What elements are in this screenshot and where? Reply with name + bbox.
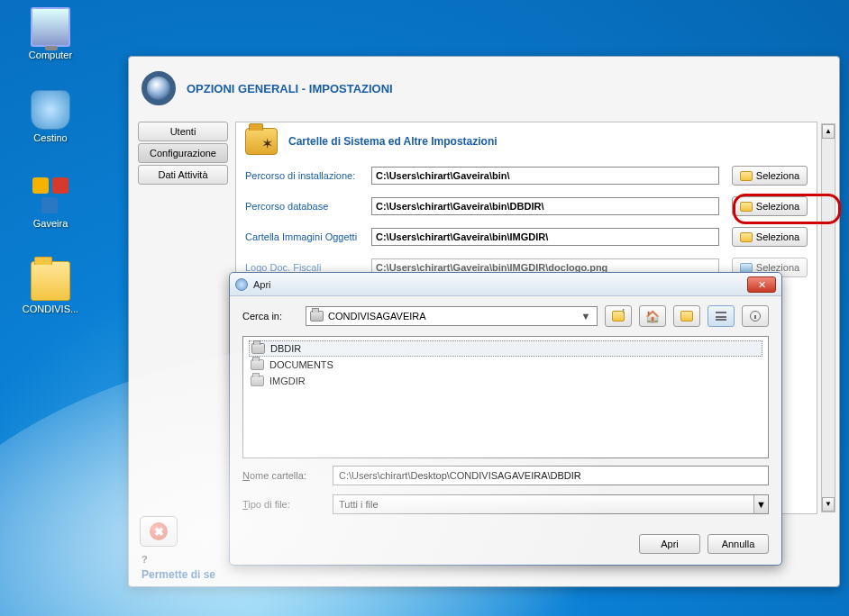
search-in-combo[interactable]: CONDIVISAGAVEIRA ▼ xyxy=(306,306,598,326)
folder-name-label: Nome cartella: xyxy=(242,470,324,481)
panel-title: Cartelle di Sistema ed Altre Impostazion… xyxy=(288,135,498,148)
file-list[interactable]: DBDIR DOCUMENTS IMGDIR xyxy=(242,336,769,458)
desktop-label: CONDIVIS... xyxy=(16,303,85,314)
folder-icon xyxy=(740,171,753,181)
input-images-path[interactable] xyxy=(371,228,719,246)
folder-icon xyxy=(251,376,264,386)
scroll-down-icon[interactable]: ▼ xyxy=(822,497,835,512)
desktop-label: Cestino xyxy=(16,132,85,143)
filetype-value: Tutti i file xyxy=(339,499,379,510)
desktop-icon-recyclebin[interactable]: Cestino xyxy=(16,90,85,143)
list-view-button[interactable] xyxy=(708,305,735,327)
monitor-icon xyxy=(31,7,70,47)
recyclebin-icon xyxy=(31,90,70,130)
open-button[interactable]: Apri xyxy=(639,534,700,554)
home-button[interactable]: 🏠 xyxy=(639,305,666,327)
file-icon xyxy=(740,263,753,273)
new-folder-icon xyxy=(680,311,693,322)
panel-scrollbar[interactable]: ▲ ▼ xyxy=(821,123,835,512)
list-item-label: DOCUMENTS xyxy=(269,359,333,370)
list-item[interactable]: DBDIR xyxy=(249,340,762,357)
button-select-images[interactable]: Seleziona xyxy=(732,227,808,247)
row-install: Percorso di installazione: Seleziona xyxy=(236,160,817,191)
window-title: OPZIONI GENERALI - IMPOSTAZIONI xyxy=(187,82,393,95)
tab-utenti[interactable]: Utenti xyxy=(138,122,228,141)
chevron-down-icon: ▼ xyxy=(579,311,593,322)
folder-icon xyxy=(740,202,753,212)
input-database-path[interactable] xyxy=(371,197,719,215)
folder-icon xyxy=(310,311,324,322)
label-images: Cartella Immagini Oggetti xyxy=(245,231,371,242)
status-text: Permette di se xyxy=(142,568,215,581)
dialog-titlebar[interactable]: Apri ✕ xyxy=(230,273,781,296)
close-button[interactable]: ✖ xyxy=(140,516,178,547)
cancel-button[interactable]: Annulla xyxy=(708,534,769,554)
row-images: Cartella Immagini Oggetti Seleziona xyxy=(236,222,817,252)
desktop-icon-condivis[interactable]: CONDIVIS... xyxy=(16,261,85,314)
desktop-label: Gaveira xyxy=(16,218,85,229)
folder-name-input[interactable] xyxy=(333,466,769,485)
home-icon: 🏠 xyxy=(645,310,660,323)
list-item[interactable]: IMGDIR xyxy=(249,373,762,389)
filetype-combo[interactable]: Tutti i file ▼ xyxy=(333,494,769,514)
desktop-icon-computer[interactable]: Computer xyxy=(16,7,85,60)
folder-icon xyxy=(251,359,264,370)
folder-icon xyxy=(31,261,70,301)
dialog-close-button[interactable]: ✕ xyxy=(747,276,776,293)
open-dialog: Apri ✕ Cerca in: CONDIVISAGAVEIRA ▼ 🏠 DB… xyxy=(229,272,782,566)
label-database: Percorso database xyxy=(245,201,371,212)
folder-gear-icon xyxy=(245,128,278,155)
new-folder-button[interactable] xyxy=(673,305,700,327)
scroll-up-icon[interactable]: ▲ xyxy=(822,124,835,139)
up-folder-icon xyxy=(612,311,625,322)
tab-dati-attivita[interactable]: Dati Attività xyxy=(138,165,228,185)
close-icon: ✖ xyxy=(150,522,168,540)
gear-icon xyxy=(142,71,176,105)
button-select-database[interactable]: Seleziona xyxy=(732,196,808,216)
dialog-title: Apri xyxy=(253,279,747,290)
chevron-down-icon: ▼ xyxy=(753,495,768,513)
tab-configurazione[interactable]: Configurazione xyxy=(138,143,228,163)
list-item-label: DBDIR xyxy=(270,343,301,354)
details-view-button[interactable] xyxy=(742,305,769,327)
folder-icon xyxy=(740,232,753,242)
filetype-label: Tipo di file: xyxy=(242,499,324,510)
input-install-path[interactable] xyxy=(371,167,719,185)
row-database: Percorso database Seleziona xyxy=(236,191,817,222)
desktop-icon-gaveira[interactable]: Gaveira xyxy=(16,176,85,229)
up-folder-button[interactable] xyxy=(605,305,632,327)
button-select-install[interactable]: Seleziona xyxy=(732,166,808,186)
help-button[interactable]: ? xyxy=(142,554,148,565)
app-icon xyxy=(235,278,248,291)
details-icon xyxy=(750,311,761,322)
search-in-label: Cerca in: xyxy=(242,311,298,322)
desktop-label: Computer xyxy=(16,50,85,60)
list-icon xyxy=(716,312,726,321)
folder-icon xyxy=(251,343,265,354)
search-in-value: CONDIVISAGAVEIRA xyxy=(328,311,426,322)
list-item[interactable]: DOCUMENTS xyxy=(249,357,762,373)
list-item-label: IMGDIR xyxy=(269,376,306,386)
label-install: Percorso di installazione: xyxy=(245,170,371,181)
sidebar-tabs: Utenti Configurazione Dati Attività xyxy=(138,122,228,186)
gaveira-icon xyxy=(31,176,70,215)
